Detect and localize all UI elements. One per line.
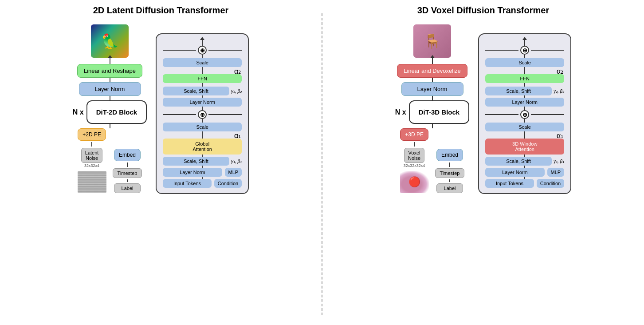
ffn-right: FFN (485, 74, 564, 83)
circle-plus-top-left: ⊕ (198, 46, 207, 55)
alpha2-label-right: α₂ (557, 67, 563, 75)
global-attention-left: Global Attention (163, 139, 242, 155)
embed-box-left: Embed (114, 149, 141, 161)
ffn-left: FFN (163, 74, 242, 83)
voxel-noise-image: 🔴 (400, 171, 429, 193)
scale-top-right: Scale (485, 58, 564, 67)
voxel-noise-label: Voxel Noise (404, 148, 424, 163)
condition-left: Condition (214, 179, 242, 188)
left-title: 2D Latent Diffusion Transformer (93, 5, 229, 16)
scale-shift1-left: Scale, Shift (163, 157, 229, 166)
layer-norm-top: Layer Norm (79, 82, 141, 96)
circle-plus-mid-right: ⊕ (520, 110, 529, 119)
alpha1-label-left: α₁ (234, 131, 241, 140)
linear-devoxelize-box: Linear and Devoxelize (397, 64, 467, 78)
layer-norm-top-right: Layer Norm (401, 82, 463, 96)
right-title: 3D Voxel Diffusion Transformer (417, 5, 549, 16)
scale-shift1-right: Scale, Shift (485, 157, 552, 166)
pe-box-right: +3D PE (400, 128, 428, 141)
nx-label-right: N x (395, 108, 406, 116)
circle-plus-top-right: ⊕ (520, 46, 529, 55)
parrot-image: 🦜 (91, 24, 129, 58)
scale-mid-left: Scale (163, 123, 242, 131)
layer-norm2-left: Layer Norm (163, 98, 242, 107)
dit3d-diagram: ⊕ Scale α₂ FFN Scale, Shift (478, 33, 571, 194)
alpha1-label-right: α₁ (557, 131, 563, 140)
layer-norm1-right: Layer Norm (485, 168, 544, 177)
circle-plus-mid-left: ⊕ (198, 110, 207, 119)
dit2d-block: DiT-2D Block (86, 100, 147, 124)
gamma1-label-right: γ₁, β₁ (554, 159, 564, 164)
embed-box-right: Embed (436, 149, 463, 161)
window-attention-right: 3D Window Attention (485, 139, 564, 155)
dit2d-diagram: ⊕ Scale α₂ FFN S (156, 33, 249, 194)
scale-shift2-left: Scale, Shift (163, 87, 229, 95)
pe-box: +2D PE (78, 128, 106, 141)
linear-reshape-box: Linear and Reshape (77, 64, 142, 78)
timestep-box-left: Timestep (113, 168, 142, 178)
input-tokens-left: Input Tokens (163, 179, 212, 188)
layer-norm2-right: Layer Norm (485, 98, 564, 107)
mlp-right: MLP (547, 168, 565, 177)
voxel-noise-sub: 32x32x32x4 (404, 163, 425, 168)
timestep-box-right: Timestep (435, 168, 465, 178)
noise-image (78, 171, 106, 193)
scale-mid-right: Scale (485, 123, 564, 131)
label-box-right: Label (436, 183, 463, 193)
alpha2-label-left: α₂ (234, 67, 241, 75)
dit3d-block: DiT-3D Block (409, 100, 470, 124)
gamma2-label-left: γ₂, β₂ (231, 89, 242, 94)
gamma1-label-left: γ₁, β₁ (231, 159, 242, 164)
condition-right: Condition (537, 179, 564, 188)
latent-noise-label: Latent Noise (81, 148, 103, 163)
scale-top-left: Scale (163, 58, 242, 67)
nx-label: N x (73, 108, 84, 116)
mlp-left: MLP (225, 168, 242, 177)
chair-image: 🪑 (413, 24, 451, 58)
layer-norm1-left: Layer Norm (163, 168, 222, 177)
label-box-left: Label (114, 183, 141, 193)
input-tokens-right: Input Tokens (485, 179, 534, 188)
scale-shift2-right: Scale, Shift (485, 87, 552, 95)
gamma2-label-right: γ₂, β₂ (554, 89, 564, 94)
latent-noise-sub: 32x32x4 (84, 163, 99, 168)
